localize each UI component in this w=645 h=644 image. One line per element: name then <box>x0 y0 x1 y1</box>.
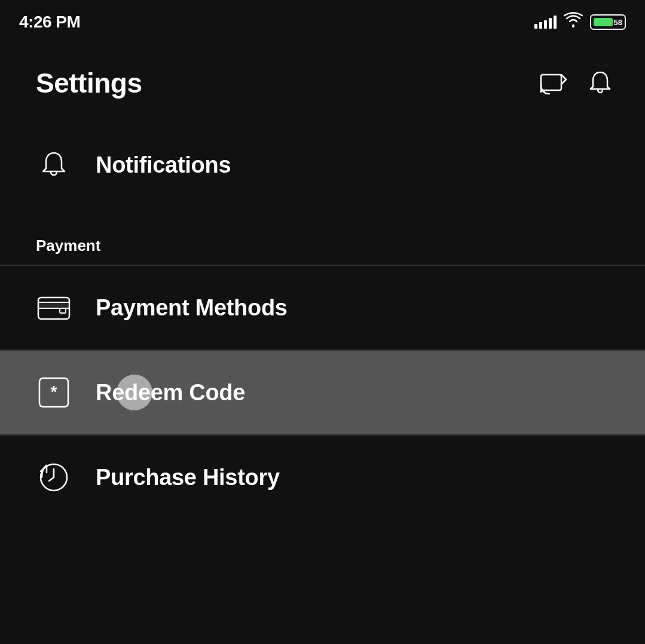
svg-rect-5 <box>60 308 66 313</box>
svg-text:*: * <box>51 382 57 401</box>
svg-point-2 <box>540 90 542 93</box>
battery-icon: 58 <box>590 14 626 30</box>
purchase-history-label: Purchase History <box>96 465 280 490</box>
header: Settings <box>0 43 645 123</box>
redeem-code-menu-item[interactable]: * Redeem Code <box>0 351 645 434</box>
svg-rect-4 <box>38 302 69 308</box>
status-time: 4:26 PM <box>19 13 80 32</box>
battery-level: 58 <box>614 18 622 27</box>
status-icons: 58 <box>534 12 626 32</box>
notifications-label: Notifications <box>96 152 231 178</box>
wifi-icon <box>564 12 583 32</box>
payment-section-label: Payment <box>0 225 645 265</box>
signal-icon <box>534 16 557 29</box>
cast-icon[interactable] <box>539 68 568 98</box>
touch-ripple <box>117 375 152 410</box>
bell-menu-icon <box>36 147 72 183</box>
purchase-history-menu-item[interactable]: Purchase History <box>0 436 645 519</box>
redeem-menu-icon: * <box>36 375 72 410</box>
svg-rect-1 <box>541 75 561 90</box>
notification-bell-icon[interactable] <box>585 68 615 98</box>
history-menu-icon <box>36 459 72 495</box>
status-bar: 4:26 PM 58 <box>0 0 645 43</box>
payment-methods-label: Payment Methods <box>96 295 288 321</box>
page-title: Settings <box>36 67 142 99</box>
payment-methods-menu-item[interactable]: Payment Methods <box>0 266 645 349</box>
svg-point-0 <box>572 25 574 27</box>
header-actions <box>539 68 615 98</box>
wallet-menu-icon <box>36 290 72 326</box>
notifications-menu-item[interactable]: Notifications <box>0 123 645 207</box>
